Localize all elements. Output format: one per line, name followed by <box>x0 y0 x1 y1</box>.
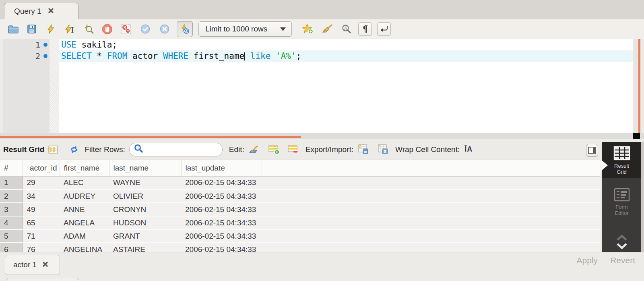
grid-cell[interactable]: GRANT <box>109 229 181 243</box>
row-number-cell[interactable]: 5 <box>0 229 23 243</box>
grid-cell[interactable]: ANGELA <box>60 216 109 229</box>
refresh-button[interactable] <box>69 145 79 154</box>
execute-button[interactable] <box>43 21 59 37</box>
grid-cell[interactable]: ALEC <box>60 176 109 189</box>
grid-cell[interactable]: ANNE <box>60 203 109 216</box>
grid-cell[interactable]: 29 <box>23 176 60 189</box>
apply-button[interactable]: Apply <box>576 256 598 265</box>
commit-button[interactable] <box>137 21 153 37</box>
line-number: 2 <box>3 50 40 62</box>
sql-editor[interactable]: 12 USE sakila;SELECT * FROM actor WHERE … <box>0 39 644 133</box>
toggle-autocommit-button[interactable] <box>177 21 193 37</box>
tab-actor-1[interactable]: actor 1 <box>5 255 60 275</box>
export-button[interactable] <box>358 144 369 155</box>
table-row[interactable]: 465ANGELAHUDSON2006-02-15 04:34:33 <box>0 216 601 229</box>
grid-cell[interactable]: 2006-02-15 04:34:33 <box>181 189 262 203</box>
editor-scrollbar[interactable] <box>633 39 641 133</box>
grid-cell[interactable]: 2006-02-15 04:34:33 <box>181 203 262 216</box>
editor-fold-margin <box>50 39 59 133</box>
column-header-actor_id[interactable]: actor_id <box>23 160 60 176</box>
add-row-button[interactable] <box>268 144 280 155</box>
table-row[interactable]: 129ALECWAYNE2006-02-15 04:34:33 <box>0 176 601 189</box>
lightning-icon <box>46 24 56 34</box>
filter-search-input[interactable] <box>146 144 218 155</box>
column-header-filler <box>262 160 601 176</box>
result-grid[interactable]: #actor_idfirst_namelast_namelast_update … <box>0 160 601 252</box>
limit-rows-dropdown[interactable]: Limit to 1000 rows <box>198 21 292 37</box>
table-row[interactable]: 676ANGELINAASTAIRE2006-02-15 04:34:33 <box>0 243 601 252</box>
editor-code[interactable]: USE sakila;SELECT * FROM actor WHERE fir… <box>59 39 633 133</box>
grid-cell[interactable]: ADAM <box>60 229 109 243</box>
rollback-button[interactable] <box>157 21 173 37</box>
grid-cell[interactable]: 76 <box>23 243 60 252</box>
explain-button[interactable] <box>80 21 97 37</box>
row-number-cell[interactable]: 3 <box>0 203 23 216</box>
code-line[interactable]: USE sakila; <box>59 39 633 50</box>
find-button[interactable]: A <box>339 21 355 37</box>
broom-icon <box>322 24 333 34</box>
delete-row-button[interactable] <box>288 144 299 155</box>
grid-cell[interactable]: ANGELINA <box>60 243 109 252</box>
pane-splitter[interactable] <box>0 133 644 139</box>
row-number-cell[interactable]: 6 <box>0 243 23 252</box>
selected-view-wedge <box>601 160 608 171</box>
revert-button[interactable]: Revert <box>610 256 635 265</box>
sidebar-item-result-grid[interactable]: Result Grid <box>602 142 641 178</box>
grid-cell[interactable]: 2006-02-15 04:34:33 <box>181 229 262 243</box>
grid-cell[interactable]: 2006-02-15 04:34:33 <box>181 176 262 189</box>
edit-record-button[interactable] <box>248 145 260 154</box>
grid-cell[interactable]: ASTAIRE <box>109 243 181 252</box>
grid-cell[interactable]: WAYNE <box>109 176 181 189</box>
panel-layout-icon <box>588 147 596 154</box>
toggle-stop-on-error-button[interactable] <box>118 21 134 37</box>
column-header-rownum[interactable]: # <box>0 160 23 176</box>
column-header-last_name[interactable]: last_name <box>109 160 181 176</box>
save-script-button[interactable] <box>24 21 40 37</box>
stop-button[interactable] <box>99 21 115 37</box>
grid-cell[interactable]: 49 <box>23 203 60 216</box>
filter-search-box[interactable] <box>129 143 223 156</box>
close-icon[interactable] <box>48 8 54 15</box>
table-row[interactable]: 234AUDREYOLIVIER2006-02-15 04:34:33 <box>0 189 601 203</box>
column-header-first_name[interactable]: first_name <box>60 160 109 176</box>
grid-cell[interactable]: 65 <box>23 216 60 229</box>
row-number-cell[interactable]: 2 <box>0 189 23 203</box>
commit-check-icon <box>140 24 150 34</box>
grid-cell[interactable]: HUDSON <box>109 216 181 229</box>
import-button[interactable] <box>378 144 389 155</box>
grid-cell[interactable]: 34 <box>23 189 60 203</box>
row-number-cell[interactable]: 1 <box>0 176 23 189</box>
grid-cell-filler <box>262 203 601 216</box>
table-row[interactable]: 349ANNECRONYN2006-02-15 04:34:33 <box>0 203 601 216</box>
grid-cell[interactable]: AUDREY <box>60 189 109 203</box>
collapse-panel-button[interactable] <box>616 235 627 242</box>
result-grid-title: Result Grid <box>3 145 44 154</box>
grid-cell[interactable]: 2006-02-15 04:34:33 <box>181 216 262 229</box>
expand-panel-button[interactable] <box>616 243 627 251</box>
beautify-button[interactable] <box>319 21 335 37</box>
open-script-button[interactable] <box>5 21 21 37</box>
table-row[interactable]: 571ADAMGRANT2006-02-15 04:34:33 <box>0 229 601 243</box>
toggle-sidebar-button[interactable] <box>586 144 598 157</box>
close-icon[interactable] <box>42 261 48 269</box>
show-invisibles-button[interactable] <box>358 22 372 36</box>
gutter-line[interactable]: 1 <box>3 39 50 50</box>
execute-current-button[interactable] <box>62 21 78 37</box>
row-number-cell[interactable]: 4 <box>0 216 23 229</box>
wrap-cell-content-button[interactable]: ĪA <box>464 145 473 154</box>
grid-cell[interactable]: 71 <box>23 229 60 243</box>
grid-cell[interactable]: OLIVIER <box>109 189 181 203</box>
new-snippet-button[interactable] <box>300 21 316 37</box>
tab-query-1[interactable]: Query 1 <box>4 3 78 19</box>
grid-cell[interactable]: CRONYN <box>109 203 181 216</box>
sidebar-item-form-editor[interactable]: Form Editor <box>602 184 641 219</box>
star-plus-icon <box>302 24 314 34</box>
gutter-line[interactable]: 2 <box>3 50 50 62</box>
column-header-last_update[interactable]: last_update <box>181 160 262 176</box>
code-line[interactable]: SELECT * FROM actor WHERE first_name lik… <box>59 50 633 62</box>
result-grid-icon <box>613 146 630 160</box>
limit-rows-value: Limit to 1000 rows <box>205 25 267 33</box>
editor-toolbar: Limit to 1000 rows A <box>0 19 644 39</box>
toggle-wrap-button[interactable] <box>377 22 391 36</box>
grid-cell[interactable]: 2006-02-15 04:34:33 <box>181 243 262 252</box>
